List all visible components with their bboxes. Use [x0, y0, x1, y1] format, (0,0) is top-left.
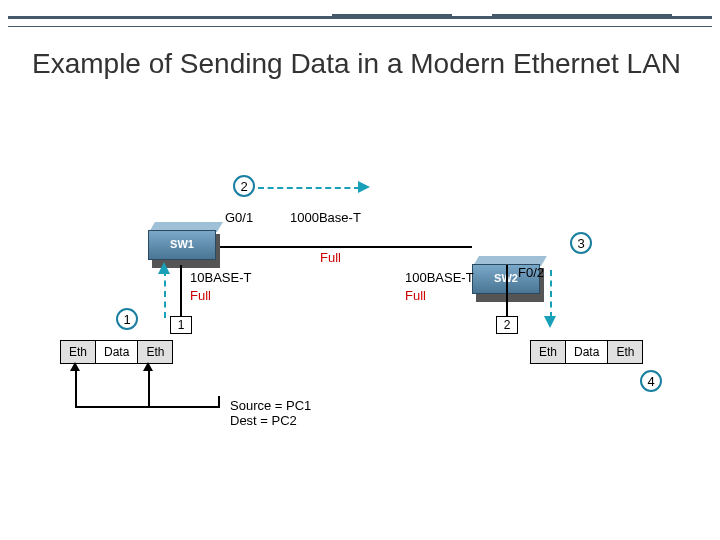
port-g01: G0/1 — [225, 210, 253, 225]
step-3-marker: 3 — [570, 232, 592, 254]
left-link-type: 10BASE-T — [190, 270, 251, 285]
switch-sw1-label: SW1 — [148, 238, 216, 250]
callout-line-1 — [75, 366, 77, 406]
step-2-arrow — [258, 187, 360, 189]
step-1-arrow — [164, 270, 166, 318]
frame-right: Eth Data Eth — [530, 340, 643, 364]
step-2-arrowhead — [358, 181, 370, 193]
port-f02: F0/2 — [518, 265, 544, 280]
step-3-arrowhead — [544, 316, 556, 328]
step-4-marker: 4 — [640, 370, 662, 392]
trunk-link — [220, 246, 472, 248]
trunk-duplex: Full — [320, 250, 341, 265]
frame-left: Eth Data Eth — [60, 340, 173, 364]
frame-left-data: Data — [96, 341, 138, 363]
frame-right-eth-trailer: Eth — [608, 341, 642, 363]
callout-arrowhead-2 — [143, 362, 153, 371]
callout-line-2 — [148, 366, 150, 406]
trunk-type: 1000Base-T — [290, 210, 361, 225]
frame-right-data: Data — [566, 341, 608, 363]
step-1-marker: 1 — [116, 308, 138, 330]
step-2-marker: 2 — [233, 175, 255, 197]
right-link-type: 100BASE-T — [405, 270, 474, 285]
callout-hline — [75, 406, 220, 408]
callout-text: Source = PC1 Dest = PC2 — [230, 398, 311, 428]
slide-title: Example of Sending Data in a Modern Ethe… — [32, 46, 681, 81]
pc1-icon: 1 — [170, 316, 192, 334]
callout-arrowhead-1 — [70, 362, 80, 371]
pc2-icon: 2 — [496, 316, 518, 334]
frame-right-eth-header: Eth — [531, 341, 566, 363]
right-link-duplex: Full — [405, 288, 426, 303]
step-1-arrowhead — [158, 262, 170, 274]
frame-left-eth-header: Eth — [61, 341, 96, 363]
slide-top-border — [8, 4, 712, 28]
callout-vconnector — [218, 396, 220, 408]
callout-source: Source = PC1 — [230, 398, 311, 413]
network-diagram: SW1 SW2 G0/1 1000Base-T Full 2 10BASE-T … — [40, 170, 680, 470]
switch-sw1: SW1 — [148, 230, 216, 264]
callout-dest: Dest = PC2 — [230, 413, 311, 428]
step-3-arrow — [550, 270, 552, 318]
frame-left-eth-trailer: Eth — [138, 341, 172, 363]
left-link-duplex: Full — [190, 288, 211, 303]
